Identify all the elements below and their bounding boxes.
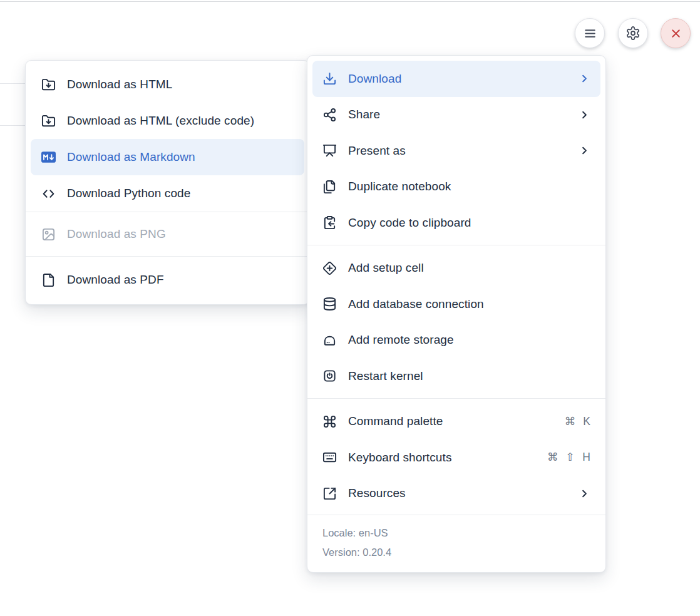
notebook-menu: Download Share Present as [307,55,606,573]
locale-text: Locale: en-US [322,523,590,543]
background-rule [0,83,26,84]
share-icon [322,108,337,122]
close-button[interactable] [661,18,691,48]
menu-item-label: Download as Markdown [67,150,195,164]
power-square-icon [322,369,337,383]
top-divider [0,1,700,2]
menu-item-add-database-connection[interactable]: Add database connection [307,286,605,322]
external-link-icon [322,486,337,501]
menu-item-copy-code-to-clipboard[interactable]: Copy code to clipboard [307,205,605,241]
menu-item-add-setup-cell[interactable]: Add setup cell [307,250,605,287]
menu-item-label: Download as HTML [67,78,172,91]
menu-item-label: Download Python code [67,187,190,200]
clipboard-copy-icon [322,215,337,230]
menu-item-label: Add setup cell [348,261,424,275]
submenu-group: Download as PDF [26,257,309,304]
menu-item-duplicate-notebook[interactable]: Duplicate notebook [307,169,605,205]
menu-group: Command palette ⌘ K Keyboard shortcuts ⌘… [307,399,605,515]
keyboard-shortcut: ⌘ K [565,415,590,428]
menu-item-download-as-html[interactable]: Download as HTML [26,66,309,103]
gear-icon [625,26,641,41]
keyboard-icon [322,450,337,465]
chevron-right-icon [579,109,590,121]
file-icon [41,273,56,287]
background-rule [0,125,26,126]
menu-item-label: Download as PDF [67,273,164,287]
folder-download-icon [41,114,56,128]
command-icon [322,414,337,429]
storage-drive-icon [322,333,337,347]
menu-item-download-as-pdf[interactable]: Download as PDF [26,262,309,298]
menu-item-label: Add database connection [348,297,484,311]
menu-item-present-as[interactable]: Present as [307,133,605,169]
keyboard-shortcut: ⌘ ⇧ H [547,451,590,464]
settings-button[interactable] [618,18,648,48]
menu-item-share[interactable]: Share [307,97,605,133]
menu-item-label: Keyboard shortcuts [348,451,452,465]
folder-download-icon [41,78,56,92]
menu-group: Download Share Present as [307,56,605,245]
menu-item-label: Resources [348,486,406,500]
menu-item-download-as-markdown[interactable]: Download as Markdown [31,139,304,175]
menu-item-label: Add remote storage [348,333,454,347]
close-icon [669,27,682,40]
menu-item-keyboard-shortcuts[interactable]: Keyboard shortcuts ⌘ ⇧ H [307,439,605,476]
submenu-group: Download as PNG [26,212,309,256]
menu-item-download-as-html-exclude-code[interactable]: Download as HTML (exclude code) [26,103,309,139]
presentation-icon [322,143,337,158]
hamburger-icon [583,26,597,41]
menu-item-label: Download as HTML (exclude code) [67,114,254,128]
chevron-right-icon [579,145,590,157]
menu-item-label: Command palette [348,414,443,428]
chevron-right-icon [579,73,590,85]
download-icon [322,71,337,86]
menu-item-label: Duplicate notebook [348,180,451,193]
menu-item-resources[interactable]: Resources [307,476,605,512]
database-icon [322,297,337,311]
code-icon [41,187,56,201]
chevron-right-icon [579,488,590,500]
duplicate-icon [322,180,337,194]
menu-item-download-python-code[interactable]: Download Python code [26,175,309,212]
image-icon [41,227,56,242]
menu-group: Add setup cell Add database connection A… [307,245,605,398]
menu-item-label: Restart kernel [348,369,423,383]
menu-item-command-palette[interactable]: Command palette ⌘ K [307,404,605,440]
menu-item-download[interactable]: Download [312,61,600,97]
menu-item-label: Download as PNG [67,227,166,241]
download-submenu: Download as HTML Download as HTML (exclu… [25,60,310,305]
menu-item-label: Copy code to clipboard [348,216,471,230]
menu-item-label: Download [348,72,401,86]
menu-item-download-as-png: Download as PNG [26,216,309,252]
submenu-group: Download as HTML Download as HTML (exclu… [26,61,309,212]
menu-item-add-remote-storage[interactable]: Add remote storage [307,322,605,359]
diamond-plus-icon [322,261,337,275]
hamburger-menu-button[interactable] [575,18,605,48]
menu-item-restart-kernel[interactable]: Restart kernel [307,358,605,394]
markdown-icon [41,150,56,165]
menu-footer: Locale: en-US Version: 0.20.4 [307,515,605,572]
menu-item-label: Present as [348,144,406,158]
menu-item-label: Share [348,108,380,121]
version-text: Version: 0.20.4 [322,543,590,562]
